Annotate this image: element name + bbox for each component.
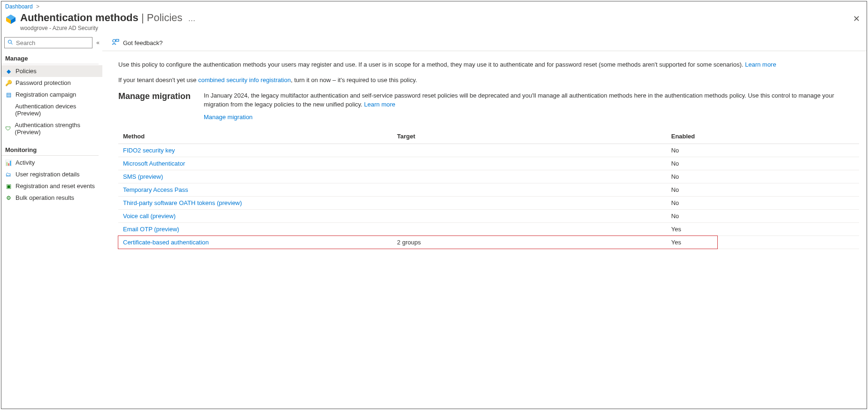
enabled-cell: Yes	[667, 236, 859, 249]
combined-registration-link[interactable]: combined security info registration	[198, 76, 291, 84]
main-content: Got feedback? Use this policy to configu…	[102, 37, 867, 249]
tenant-text: If your tenant doesn't yet use combined …	[118, 76, 859, 85]
user-icon: 🗂	[5, 171, 12, 178]
manage-migration-heading: Manage migration	[118, 91, 191, 101]
table-row[interactable]: Microsoft AuthenticatorNo	[118, 157, 859, 170]
sidebar-item-label: Registration campaign	[15, 91, 76, 98]
sidebar-item-label: User registration details	[15, 171, 80, 178]
svg-rect-6	[116, 39, 119, 41]
auth-methods-icon	[5, 14, 16, 25]
sidebar-item-registration-campaign[interactable]: ▤ Registration campaign	[1, 89, 102, 100]
sidebar-item-auth-devices[interactable]: Authentication devices (Preview)	[1, 100, 102, 119]
campaign-icon: ▤	[5, 91, 12, 98]
enabled-cell: No	[667, 183, 859, 197]
target-cell	[392, 144, 667, 157]
nav-section-monitoring: Monitoring	[1, 144, 99, 156]
collapse-sidebar-icon[interactable]: «	[96, 39, 100, 46]
search-input[interactable]	[15, 39, 89, 47]
chart-icon: 📊	[5, 159, 12, 166]
target-cell	[392, 210, 667, 223]
col-target[interactable]: Target	[392, 129, 667, 144]
feedback-button[interactable]: Got feedback?	[123, 39, 163, 46]
page-title: Authentication methods | Policies	[20, 12, 183, 24]
toolbar: Got feedback?	[102, 37, 867, 51]
sidebar-item-activity[interactable]: 📊 Activity	[1, 157, 102, 168]
policies-icon: ◆	[5, 68, 12, 75]
sidebar-item-label: Activity	[15, 159, 35, 166]
sidebar-item-auth-strengths[interactable]: 🛡 Authentication strengths (Preview)	[1, 119, 102, 138]
sidebar: « Manage ◆ Policies 🔑 Password protectio…	[1, 37, 102, 249]
search-icon	[8, 39, 13, 46]
method-link[interactable]: Microsoft Authenticator	[123, 160, 185, 167]
target-cell	[392, 157, 667, 170]
sidebar-item-label: Authentication strengths (Preview)	[15, 121, 99, 136]
target-cell	[392, 223, 667, 236]
sidebar-item-label: Bulk operation results	[15, 194, 74, 201]
table-row[interactable]: SMS (preview)No	[118, 170, 859, 183]
chevron-right-icon: >	[36, 3, 39, 10]
enabled-cell: No	[667, 144, 859, 157]
events-icon: ▣	[5, 183, 12, 190]
table-row[interactable]: Voice call (preview)No	[118, 210, 859, 223]
shield-icon: 🛡	[5, 125, 11, 132]
page-header: Authentication methods | Policies woodgr…	[1, 11, 867, 37]
more-menu-button[interactable]: …	[188, 15, 196, 23]
target-cell	[392, 183, 667, 197]
close-icon[interactable]: ✕	[853, 14, 860, 24]
table-row[interactable]: Certificate-based authentication2 groups…	[118, 236, 859, 249]
table-row[interactable]: FIDO2 security keyNo	[118, 144, 859, 157]
enabled-cell: No	[667, 210, 859, 223]
sidebar-item-label: Authentication devices (Preview)	[15, 103, 99, 117]
intro-text: Use this policy to configure the authent…	[118, 61, 859, 69]
table-row[interactable]: Third-party software OATH tokens (previe…	[118, 197, 859, 210]
sidebar-item-label: Registration and reset events	[15, 182, 95, 190]
method-link[interactable]: Email OTP (preview)	[123, 226, 179, 233]
svg-line-4	[11, 43, 13, 44]
method-link[interactable]: FIDO2 security key	[123, 147, 175, 154]
sidebar-item-user-reg-details[interactable]: 🗂 User registration details	[1, 168, 102, 180]
sidebar-item-label: Policies	[15, 68, 37, 75]
blank-icon	[5, 106, 11, 113]
table-row[interactable]: Temporary Access PassNo	[118, 183, 859, 197]
feedback-icon	[112, 39, 119, 47]
method-link[interactable]: Third-party software OATH tokens (previe…	[123, 199, 242, 206]
breadcrumb: Dashboard >	[1, 1, 867, 11]
key-icon: 🔑	[5, 80, 12, 86]
method-link[interactable]: Temporary Access Pass	[123, 186, 188, 193]
target-cell	[392, 170, 667, 183]
method-link[interactable]: Voice call (preview)	[123, 213, 176, 220]
migration-learn-more-link[interactable]: Learn more	[364, 101, 395, 108]
enabled-cell: No	[667, 157, 859, 170]
table-row[interactable]: Email OTP (preview)Yes	[118, 223, 859, 236]
methods-table: Method Target Enabled FIDO2 security key…	[118, 129, 859, 249]
learn-more-link[interactable]: Learn more	[745, 61, 776, 68]
target-cell: 2 groups	[392, 236, 667, 249]
enabled-cell: Yes	[667, 223, 859, 236]
target-cell	[392, 197, 667, 210]
sidebar-item-label: Password protection	[15, 79, 71, 86]
search-box[interactable]	[4, 37, 92, 48]
breadcrumb-dashboard[interactable]: Dashboard	[5, 3, 33, 10]
page-subtitle: woodgrove - Azure AD Security	[20, 25, 183, 31]
svg-point-3	[8, 40, 12, 43]
method-link[interactable]: SMS (preview)	[123, 173, 163, 180]
manage-migration-link[interactable]: Manage migration	[204, 114, 253, 121]
sidebar-item-reg-reset-events[interactable]: ▣ Registration and reset events	[1, 180, 102, 192]
sidebar-item-bulk-results[interactable]: ⚙ Bulk operation results	[1, 192, 102, 204]
col-method[interactable]: Method	[118, 129, 392, 144]
enabled-cell: No	[667, 197, 859, 210]
col-enabled[interactable]: Enabled	[667, 129, 859, 144]
nav-section-manage: Manage	[1, 52, 99, 64]
bulk-icon: ⚙	[5, 195, 12, 201]
method-link[interactable]: Certificate-based authentication	[123, 239, 209, 246]
sidebar-item-policies[interactable]: ◆ Policies	[1, 65, 102, 77]
sidebar-item-password-protection[interactable]: 🔑 Password protection	[1, 77, 102, 89]
migration-text: In January 2024, the legacy multifactor …	[204, 91, 859, 109]
enabled-cell: No	[667, 170, 859, 183]
svg-point-5	[113, 39, 115, 42]
